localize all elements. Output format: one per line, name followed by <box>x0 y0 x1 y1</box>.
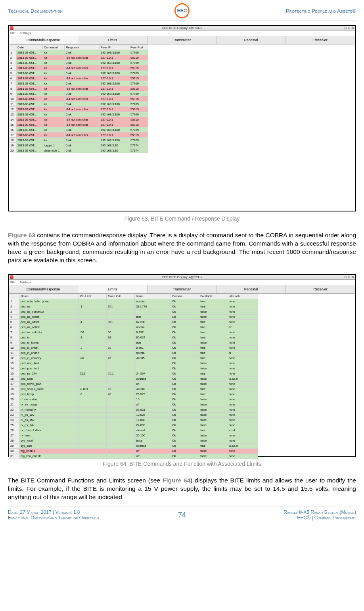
table-row[interactable]: 8ped_el-19180.024Oktruenone <box>9 335 258 340</box>
table-row[interactable]: 42013-03-05T...ka-14 not controller127.0… <box>9 65 148 71</box>
cell[interactable] <box>78 407 106 412</box>
cell[interactable] <box>78 423 106 428</box>
table-row[interactable]: 16ped_safeoperateOkfalsetx,az,el <box>9 376 258 381</box>
cell[interactable] <box>78 361 106 366</box>
cell[interactable] <box>78 453 106 459</box>
table-row[interactable]: 3ped_az_contactorOkfalsenone <box>9 309 258 314</box>
cell[interactable] <box>107 299 135 304</box>
menu-file[interactable]: File <box>10 31 15 35</box>
cell[interactable] <box>78 340 106 345</box>
table-row[interactable]: 17ped_servo_pwronOkfalsenone <box>9 381 258 386</box>
cell[interactable] <box>107 366 135 371</box>
cell[interactable] <box>107 340 135 345</box>
table-row[interactable]: 20rf_sw_status15Okfalsenone <box>9 397 258 402</box>
cell[interactable] <box>107 438 135 443</box>
cell[interactable]: 50 <box>107 330 135 335</box>
table-row[interactable]: 22013-03-05T...ka-14 not controller127.0… <box>9 55 148 60</box>
cell[interactable] <box>78 443 106 448</box>
cell[interactable] <box>107 423 135 428</box>
table-row[interactable]: 112013-03-05T...ka0 ok192.168.3.10057769 <box>9 102 148 107</box>
table-row[interactable]: 62013-03-05T...ka-14 not controller127.0… <box>9 76 148 81</box>
tab-command-response[interactable]: Command/Response <box>9 285 78 293</box>
cell[interactable] <box>107 361 135 366</box>
menu-settings[interactable]: Settings <box>19 31 31 35</box>
column-header[interactable]: Max Limit <box>107 294 135 299</box>
table-row[interactable]: 21rx_air_purgeoffOkfalsenone <box>9 402 258 407</box>
table-row[interactable]: 2ped_az-1361311.770Oktruenone <box>9 304 258 309</box>
tab-transmitter[interactable]: Transmitter <box>148 285 217 293</box>
table-row[interactable]: 24rx_ps_15v14.868Okfalsenone <box>9 417 258 423</box>
table-row[interactable]: 7ped_az_velocity-50509.992Oktruenone <box>9 330 258 335</box>
table-row[interactable]: 30txg_enableoffOkfalsenone <box>9 448 258 453</box>
table-row[interactable]: 202013-03-05T...datamode 10 ok192.168.3.… <box>9 148 148 153</box>
cell[interactable]: -5 <box>78 392 106 397</box>
cell[interactable] <box>107 325 135 330</box>
cell[interactable] <box>78 428 106 433</box>
cell[interactable]: 91 <box>107 335 135 340</box>
window-controls-icon[interactable]: ⊖ ⊕ ⊗ <box>344 275 354 279</box>
table-row[interactable]: 72013-03-05T...ka0 ok192.168.3.10057769 <box>9 81 148 86</box>
column-header[interactable]: Comms <box>171 294 199 299</box>
cell[interactable]: 23.1 <box>78 371 106 376</box>
cell[interactable] <box>107 412 135 417</box>
table-row[interactable]: 28sys_localfalseOkfalsenone <box>9 438 258 443</box>
table-row[interactable]: 4ped_az_hometrueOkfalsenone <box>9 314 258 319</box>
cell[interactable] <box>107 453 135 459</box>
cell[interactable]: -2 <box>78 345 106 350</box>
table-row[interactable]: 152013-03-05T...ka-14 not controller127.… <box>9 122 148 127</box>
cell[interactable] <box>78 299 106 304</box>
table-row[interactable]: 102013-03-05T...ka-14 not controller127.… <box>9 96 148 102</box>
cell[interactable] <box>78 309 106 314</box>
cell[interactable] <box>107 309 135 314</box>
table-row[interactable]: 182013-03-05T...ka0 ok192.168.3.10057769 <box>9 138 148 143</box>
table-row[interactable]: 142013-03-05T...ka-14 not controller127.… <box>9 117 148 122</box>
menu-settings[interactable]: Settings <box>19 281 31 284</box>
table-row[interactable]: 172013-03-05T...ka-14 not controller127.… <box>9 133 148 138</box>
table-row[interactable]: 27rx_temp26.150Okfalsenone <box>9 433 258 438</box>
column-header[interactable]: Name <box>19 294 78 299</box>
table-row[interactable]: 52013-03-05T...ka0 ok192.168.3.10057769 <box>9 71 148 76</box>
cell[interactable]: 361 <box>107 304 135 309</box>
table-row[interactable]: 9ped_el_hometrueOkfalsenone <box>9 340 258 345</box>
column-header[interactable]: Peer IP <box>100 45 129 50</box>
cell[interactable] <box>78 376 106 381</box>
cell[interactable] <box>78 366 106 371</box>
cell[interactable] <box>107 376 135 381</box>
column-header[interactable]: Min Limit <box>78 294 106 299</box>
table-row[interactable]: 192013-03-05T...logger 10 ok192.168.3.10… <box>9 143 148 148</box>
column-header[interactable]: Value <box>135 294 171 299</box>
tab-receiver[interactable]: Receiver <box>286 36 355 44</box>
cell[interactable]: -26 <box>78 355 106 361</box>
table-row[interactable]: 32013-03-05T...ka0 ok192.168.3.10057769 <box>9 60 148 65</box>
cell[interactable] <box>78 438 106 443</box>
cell[interactable] <box>107 314 135 319</box>
cell[interactable] <box>78 397 106 402</box>
cell[interactable] <box>78 448 106 453</box>
tab-command-response[interactable]: Command/Response <box>9 36 78 44</box>
table-row[interactable]: 13ped_neg_limitOkfalsenone <box>9 361 258 366</box>
cell[interactable]: 40 <box>107 392 135 397</box>
cell[interactable] <box>78 433 106 438</box>
table-row[interactable]: 23rx_ps_12v12.025Okfalsenone <box>9 412 258 417</box>
table-row[interactable]: 6ped_az_onlinenormalOktrueaz <box>9 325 258 330</box>
table-row[interactable]: 14ped_pos_limitOkfalsenone <box>9 366 258 371</box>
column-header[interactable] <box>9 45 16 50</box>
tab-receiver[interactable]: Receiver <box>286 285 355 293</box>
column-header[interactable]: Date <box>16 45 43 50</box>
cell[interactable] <box>107 428 135 433</box>
tab-limits[interactable]: Limits <box>78 36 148 44</box>
cell[interactable] <box>107 350 135 355</box>
column-header[interactable]: Peer Port <box>129 45 148 50</box>
column-header[interactable]: Response <box>65 45 100 50</box>
cell[interactable] <box>78 402 106 407</box>
table-row[interactable]: 22rx_humidity53.031Okfalsenone <box>9 407 258 412</box>
cell[interactable]: -50 <box>78 330 106 335</box>
cell[interactable] <box>107 381 135 386</box>
cell[interactable] <box>78 412 106 417</box>
table-row[interactable]: 11ped_el_onlinenormalOktrueel <box>9 350 258 355</box>
table-row[interactable]: 12ped_el_velocity-2626-0.005Oktruenone <box>9 355 258 361</box>
table-row[interactable]: 162013-03-05T...ka0 ok192.168.3.10057769 <box>9 127 148 133</box>
cell[interactable]: 26 <box>107 355 135 361</box>
table-row[interactable]: 29sys_safeoperateOktruetx,az,el <box>9 443 258 448</box>
column-header[interactable]: Faultable <box>199 294 227 299</box>
